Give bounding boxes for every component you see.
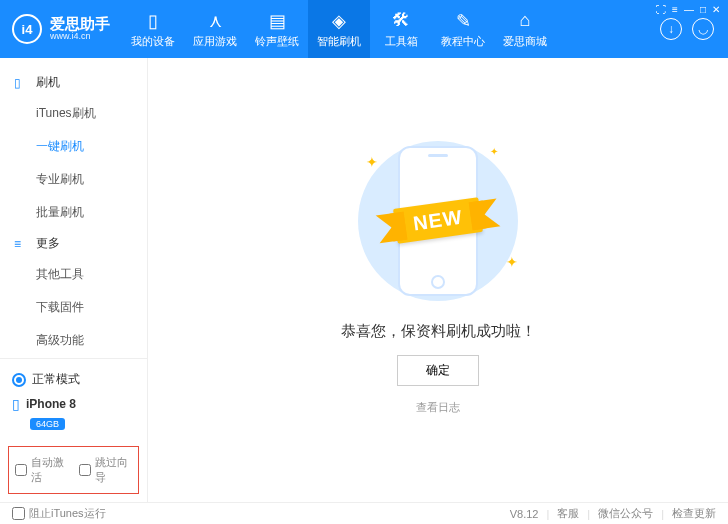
store-icon: ⌂ (520, 10, 531, 32)
highlighted-checkboxes: 自动激活 跳过向导 (8, 446, 139, 494)
version-label: V8.12 (510, 508, 539, 520)
group-more: ≡更多 (0, 229, 147, 258)
header-right: ↓ ◡ (660, 18, 728, 40)
footer-link-update[interactable]: 检查更新 (672, 506, 716, 521)
brand-name: 爱思助手 (50, 16, 110, 33)
device-info[interactable]: ▯iPhone 8 (10, 392, 137, 416)
success-illustration: NEW ✦ ✦ ✦ (328, 136, 548, 306)
sidebar-item-batch-flash[interactable]: 批量刷机 (0, 196, 147, 229)
main-content: NEW ✦ ✦ ✦ 恭喜您，保资料刷机成功啦！ 确定 查看日志 (148, 58, 728, 502)
tab-flash[interactable]: ◈智能刷机 (308, 0, 370, 58)
check-auto-activate[interactable]: 自动激活 (15, 455, 69, 485)
device-mode[interactable]: 正常模式 (10, 367, 137, 392)
winctrl-1[interactable]: ⛶ (656, 4, 666, 15)
sidebar-item-download-firmware[interactable]: 下载固件 (0, 291, 147, 324)
phone-icon: ▯ (14, 76, 30, 90)
logo: i4 爱思助手 www.i4.cn (0, 14, 122, 44)
tab-my-device[interactable]: ▯我的设备 (122, 0, 184, 58)
window-controls: ⛶ ≡ — □ ✕ (656, 4, 720, 15)
header: ⛶ ≡ — □ ✕ i4 爱思助手 www.i4.cn ▯我的设备 ⋏应用游戏 … (0, 0, 728, 58)
user-icon[interactable]: ◡ (692, 18, 714, 40)
tab-apps[interactable]: ⋏应用游戏 (184, 0, 246, 58)
sparkle-icon: ✦ (506, 254, 518, 270)
winctrl-2[interactable]: ≡ (672, 4, 678, 15)
device-phone-icon: ▯ (12, 396, 20, 412)
view-log-link[interactable]: 查看日志 (416, 400, 460, 415)
block-itunes-box[interactable] (12, 507, 25, 520)
toolbox-icon: 🛠 (392, 10, 410, 32)
footer-link-wechat[interactable]: 微信公众号 (598, 506, 653, 521)
footer: 阻止iTunes运行 V8.12 | 客服 | 微信公众号 | 检查更新 (0, 502, 728, 524)
more-icon: ≡ (14, 237, 30, 251)
winctrl-max[interactable]: □ (700, 4, 706, 15)
check-auto-activate-box[interactable] (15, 464, 27, 476)
group-flash: ▯刷机 (0, 68, 147, 97)
check-skip-wizard[interactable]: 跳过向导 (79, 455, 133, 485)
sidebar-item-oneclick-flash[interactable]: 一键刷机 (0, 130, 147, 163)
sidebar-item-pro-flash[interactable]: 专业刷机 (0, 163, 147, 196)
device-icon: ▯ (148, 10, 158, 32)
sparkle-icon: ✦ (366, 154, 378, 170)
sidebar-item-advanced[interactable]: 高级功能 (0, 324, 147, 357)
winctrl-close[interactable]: ✕ (712, 4, 720, 15)
brand-url: www.i4.cn (50, 32, 110, 42)
winctrl-min[interactable]: — (684, 4, 694, 15)
sidebar-item-itunes-flash[interactable]: iTunes刷机 (0, 97, 147, 130)
main-tabs: ▯我的设备 ⋏应用游戏 ▤铃声壁纸 ◈智能刷机 🛠工具箱 ✎教程中心 ⌂爱思商城 (122, 0, 556, 58)
download-icon[interactable]: ↓ (660, 18, 682, 40)
block-itunes-check[interactable]: 阻止iTunes运行 (12, 506, 106, 521)
tab-store[interactable]: ⌂爱思商城 (494, 0, 556, 58)
tutorials-icon: ✎ (456, 10, 471, 32)
sidebar-item-other-tools[interactable]: 其他工具 (0, 258, 147, 291)
flash-icon: ◈ (332, 10, 346, 32)
tab-tutorials[interactable]: ✎教程中心 (432, 0, 494, 58)
ok-button[interactable]: 确定 (397, 355, 479, 386)
tab-ringtones[interactable]: ▤铃声壁纸 (246, 0, 308, 58)
check-skip-wizard-box[interactable] (79, 464, 91, 476)
success-message: 恭喜您，保资料刷机成功啦！ (341, 322, 536, 341)
sidebar: ▯刷机 iTunes刷机 一键刷机 专业刷机 批量刷机 ≡更多 其他工具 下载固… (0, 58, 148, 502)
logo-icon: i4 (12, 14, 42, 44)
tab-toolbox[interactable]: 🛠工具箱 (370, 0, 432, 58)
footer-link-support[interactable]: 客服 (557, 506, 579, 521)
sparkle-icon: ✦ (490, 146, 498, 157)
ringtones-icon: ▤ (269, 10, 286, 32)
capacity-badge: 64GB (30, 418, 65, 430)
apps-icon: ⋏ (209, 10, 222, 32)
sidebar-bottom: 正常模式 ▯iPhone 8 64GB (0, 358, 147, 438)
mode-dot-icon (12, 373, 26, 387)
